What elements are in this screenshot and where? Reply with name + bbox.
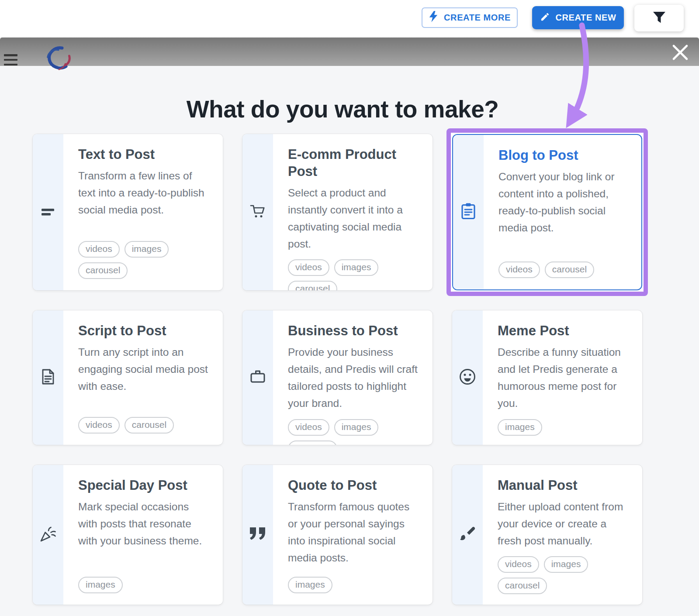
tag-images: images: [288, 577, 332, 593]
card-body: Business to Post Provide your business d…: [273, 310, 433, 445]
card-body: Special Day Post Mark special occasions …: [63, 465, 223, 605]
card-e-comm-product-post[interactable]: E-comm Product Post Select a product and…: [242, 134, 433, 290]
tag-videos: videos: [78, 241, 120, 258]
card-tags: videosimagescarousel: [288, 412, 420, 445]
hamburger-menu-icon[interactable]: [4, 54, 17, 65]
card-body: E-comm Product Post Select a product and…: [273, 134, 433, 290]
card-script-to-post[interactable]: Script to Post Turn any script into an e…: [33, 310, 223, 445]
quotes-icon: [248, 525, 268, 544]
paintbrush-icon: [458, 524, 477, 545]
page-title: What do you want to make?: [0, 95, 685, 123]
filter-funnel-icon: [652, 10, 667, 27]
card-body: Meme Post Describe a funny situation and…: [483, 310, 642, 445]
card-description: Select a product and instantly convert i…: [288, 184, 420, 253]
card-icon-strip: [33, 310, 63, 445]
tag-images: images: [544, 556, 588, 573]
create-more-label: CREATE MORE: [444, 13, 511, 23]
filter-button[interactable]: [634, 5, 684, 31]
card-title: Quote to Post: [288, 477, 420, 494]
clipboard-icon: [458, 201, 478, 223]
card-tags: videosimagescarousel: [498, 549, 630, 594]
card-title: Text to Post: [78, 146, 211, 163]
tag-carousel: carousel: [545, 262, 594, 278]
cards-grid: Text to Post Transform a few lines of te…: [33, 134, 642, 605]
top-toolbar: CREATE MORE CREATE NEW: [0, 0, 699, 38]
create-new-label: CREATE NEW: [556, 13, 616, 23]
card-tags: videoscarousel: [498, 255, 629, 278]
card-description: Transform a few lines of text into a rea…: [78, 167, 211, 219]
card-icon-strip: [33, 134, 63, 290]
card-icon-strip: [242, 465, 273, 605]
card-icon-strip: [453, 135, 484, 289]
card-title: Special Day Post: [78, 477, 211, 494]
card-text-to-post[interactable]: Text to Post Transform a few lines of te…: [33, 134, 223, 290]
card-description: Convert your blog link or content into a…: [498, 168, 629, 237]
tag-videos: videos: [78, 417, 120, 434]
card-body: Manual Post Either upload content from y…: [483, 465, 642, 605]
card-body: Text to Post Transform a few lines of te…: [63, 134, 223, 290]
card-business-to-post[interactable]: Business to Post Provide your business d…: [242, 310, 433, 445]
tag-images: images: [125, 241, 169, 258]
create-more-button[interactable]: CREATE MORE: [422, 7, 518, 28]
tag-images: images: [334, 419, 379, 436]
tag-videos: videos: [498, 556, 539, 573]
lightning-bolt-icon: [429, 10, 438, 25]
app-header-bar: [0, 38, 699, 66]
tag-carousel: carousel: [288, 440, 337, 445]
card-tags: images: [78, 570, 211, 593]
tag-carousel: carousel: [288, 281, 337, 290]
card-icon-strip: [242, 134, 273, 290]
card-title: Manual Post: [498, 477, 630, 494]
party-popper-icon: [38, 524, 58, 546]
smiley-icon: [457, 367, 478, 389]
card-body: Quote to Post Transform famous quotes or…: [273, 465, 433, 605]
tag-images: images: [334, 259, 379, 276]
card-title: E-comm Product Post: [288, 146, 420, 180]
card-meme-post[interactable]: Meme Post Describe a funny situation and…: [452, 310, 642, 445]
card-tags: videosimagescarousel: [78, 234, 211, 279]
card-title: Script to Post: [78, 323, 211, 340]
shopping-cart-icon: [248, 201, 268, 223]
card-body: Script to Post Turn any script into an e…: [63, 310, 223, 445]
pencil-icon: [540, 12, 550, 24]
tag-carousel: carousel: [78, 262, 128, 279]
tag-videos: videos: [498, 262, 540, 278]
text-lines-icon: [39, 202, 57, 222]
tag-carousel: carousel: [125, 417, 174, 434]
card-icon-strip: [452, 310, 483, 445]
card-body: Blog to Post Convert your blog link or c…: [484, 135, 641, 289]
briefcase-icon: [248, 367, 267, 388]
card-description: Transform famous quotes or your personal…: [288, 498, 420, 567]
tag-images: images: [78, 577, 123, 593]
tag-carousel: carousel: [498, 578, 547, 594]
card-description: Turn any script into an engaging social …: [78, 344, 211, 395]
card-description: Describe a funny situation and let Predi…: [498, 344, 630, 412]
card-manual-post[interactable]: Manual Post Either upload content from y…: [452, 465, 642, 605]
card-quote-to-post[interactable]: Quote to Post Transform famous quotes or…: [242, 465, 433, 605]
card-description: Mark special occasions with posts that r…: [78, 498, 211, 550]
card-icon-strip: [33, 465, 63, 605]
card-title: Business to Post: [288, 323, 420, 340]
card-tags: images: [498, 412, 630, 436]
card-blog-to-post[interactable]: Blog to Post Convert your blog link or c…: [452, 134, 642, 290]
create-new-button[interactable]: CREATE NEW: [532, 6, 624, 29]
tag-videos: videos: [288, 419, 329, 436]
card-special-day-post[interactable]: Special Day Post Mark special occasions …: [33, 465, 223, 605]
tag-images: images: [498, 419, 542, 436]
card-icon-strip: [242, 310, 273, 445]
card-description: Either upload content from your device o…: [498, 498, 630, 550]
card-icon-strip: [452, 465, 483, 605]
highlight-box: Blog to Post Convert your blog link or c…: [446, 128, 648, 296]
card-tags: videosimagescarousel: [288, 252, 420, 290]
tag-videos: videos: [288, 259, 329, 276]
card-tags: videoscarousel: [78, 410, 211, 434]
card-title: Meme Post: [498, 323, 630, 340]
document-icon: [38, 367, 58, 388]
card-title: Blog to Post: [498, 147, 629, 164]
card-tags: images: [288, 570, 420, 593]
close-icon[interactable]: [671, 44, 689, 61]
card-description: Provide your business details, and Predi…: [288, 344, 420, 412]
predis-logo: [36, 42, 71, 76]
